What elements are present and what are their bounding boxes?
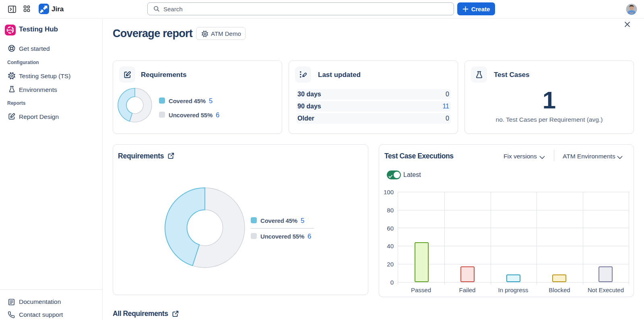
svg-text:ATM: ATM (8, 29, 13, 31)
